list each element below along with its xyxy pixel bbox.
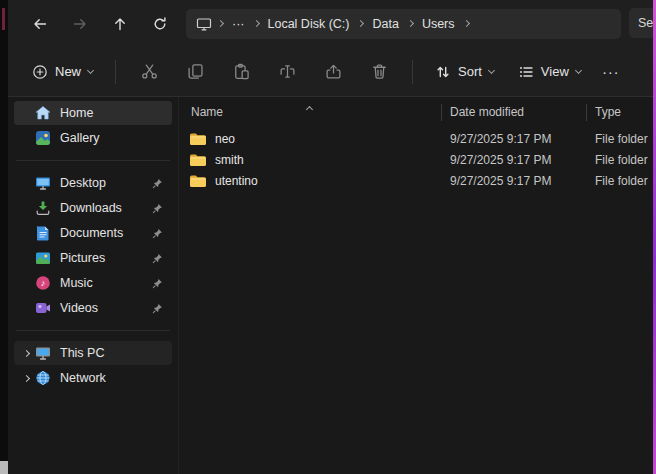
folder-icon (189, 153, 207, 167)
column-header-type[interactable]: Type (587, 105, 653, 119)
sidebar-item-label: Videos (60, 301, 152, 315)
view-button[interactable]: View (508, 55, 591, 88)
breadcrumb-item-data[interactable]: Data (369, 15, 401, 33)
videos-icon (34, 300, 51, 317)
sidebar-item-label: Downloads (60, 201, 152, 215)
sidebar-item-label: Home (60, 106, 164, 120)
up-button[interactable] (100, 8, 140, 40)
sidebar-item-pictures[interactable]: Pictures (14, 246, 172, 270)
share-icon (325, 63, 342, 80)
breadcrumb-item-users[interactable]: Users (419, 15, 458, 33)
rename-button[interactable] (268, 55, 306, 88)
sidebar-item-label: Documents (60, 226, 152, 240)
this-pc-icon (34, 345, 51, 362)
sidebar-separator (16, 330, 170, 331)
pin-icon (152, 177, 164, 189)
sidebar-item-downloads[interactable]: Downloads (14, 196, 172, 220)
file-list: Name Date modified Type neo (179, 97, 653, 474)
copy-icon (187, 63, 204, 80)
file-name: neo (215, 132, 235, 146)
pictures-icon (34, 250, 51, 267)
more-options-button[interactable]: ··· (593, 55, 629, 88)
sidebar-item-label: Desktop (60, 176, 152, 190)
arrow-up-icon (112, 16, 128, 32)
sidebar-item-label: This PC (60, 346, 164, 360)
documents-icon (34, 225, 51, 242)
svg-text:♪: ♪ (40, 278, 45, 288)
pin-icon (152, 277, 164, 289)
sort-button-label: Sort (458, 64, 482, 79)
new-button-label: New (55, 64, 81, 79)
expand-chevron-icon[interactable] (18, 351, 34, 356)
forward-button[interactable] (60, 8, 100, 40)
sidebar-item-network[interactable]: Network (14, 366, 172, 390)
sidebar-item-music[interactable]: ♪ Music (14, 271, 172, 295)
address-bar[interactable]: ··· Local Disk (C:) Data Users (186, 9, 621, 39)
breadcrumb-chevron-icon (408, 21, 413, 26)
chevron-down-icon (88, 71, 93, 73)
rename-icon (279, 63, 296, 80)
command-toolbar: New (8, 47, 653, 97)
clipboard-icon (233, 63, 250, 80)
sidebar-item-this-pc[interactable]: This PC (14, 341, 172, 365)
scissors-icon (141, 63, 158, 80)
background-bottom-corner (0, 461, 8, 474)
view-button-label: View (541, 64, 569, 79)
sort-button[interactable]: Sort (425, 55, 504, 88)
file-type: File folder (587, 153, 653, 167)
arrow-right-icon (72, 16, 88, 32)
sidebar-item-label: Network (60, 371, 164, 385)
search-input[interactable]: Se (629, 8, 653, 38)
file-date-modified: 9/27/2025 9:17 PM (442, 174, 587, 188)
pin-icon (152, 252, 164, 264)
device-monitor-icon (196, 16, 212, 32)
table-row-neo[interactable]: neo 9/27/2025 9:17 PM File folder (179, 128, 653, 149)
table-row-utentino[interactable]: utentino 9/27/2025 9:17 PM File folder (179, 170, 653, 191)
breadcrumb-chevron-icon (358, 21, 363, 26)
window-body: Home Gallery Desktop (8, 97, 653, 474)
desktop-icon (34, 175, 51, 192)
share-button[interactable] (314, 55, 352, 88)
plus-circle-icon (32, 64, 48, 80)
refresh-button[interactable] (140, 8, 180, 40)
copy-button[interactable] (176, 55, 214, 88)
table-row-smith[interactable]: smith 9/27/2025 9:17 PM File folder (179, 149, 653, 170)
sidebar-item-videos[interactable]: Videos (14, 296, 172, 320)
back-button[interactable] (20, 8, 60, 40)
sidebar-item-desktop[interactable]: Desktop (14, 171, 172, 195)
expand-chevron-icon[interactable] (18, 376, 34, 381)
sidebar-item-documents[interactable]: Documents (14, 221, 172, 245)
delete-button[interactable] (360, 55, 398, 88)
navigation-pane: Home Gallery Desktop (8, 97, 178, 474)
music-icon: ♪ (34, 275, 51, 292)
sidebar-item-gallery[interactable]: Gallery (14, 126, 172, 150)
paste-button[interactable] (222, 55, 260, 88)
folder-icon (189, 174, 207, 188)
column-headers: Name Date modified Type (179, 100, 653, 124)
sidebar-item-label: Gallery (60, 131, 164, 145)
file-name: utentino (215, 174, 258, 188)
breadcrumb-chevron-icon (218, 21, 223, 26)
sort-icon (435, 64, 451, 80)
breadcrumb-item-local-disk[interactable]: Local Disk (C:) (265, 15, 353, 33)
pin-icon (152, 202, 164, 214)
sidebar-separator (16, 160, 170, 161)
network-icon (34, 370, 51, 387)
gallery-icon (34, 130, 51, 147)
file-date-modified: 9/27/2025 9:17 PM (442, 132, 587, 146)
sidebar-item-home[interactable]: Home (14, 101, 172, 125)
sidebar-item-label: Music (60, 276, 152, 290)
background-accent (2, 8, 5, 30)
new-button[interactable]: New (20, 55, 105, 88)
trash-icon (371, 63, 388, 80)
pin-icon (152, 227, 164, 239)
column-header-date-modified[interactable]: Date modified (442, 105, 586, 119)
file-rows: neo 9/27/2025 9:17 PM File folder smith (179, 128, 653, 191)
file-explorer-window: ··· Local Disk (C:) Data Users Se New (8, 0, 653, 474)
file-type: File folder (587, 132, 653, 146)
cut-button[interactable] (130, 55, 168, 88)
file-date-modified: 9/27/2025 9:17 PM (442, 153, 587, 167)
toolbar-separator (412, 60, 413, 84)
background-left-edge (0, 0, 8, 474)
breadcrumb-overflow-button[interactable]: ··· (229, 15, 248, 33)
